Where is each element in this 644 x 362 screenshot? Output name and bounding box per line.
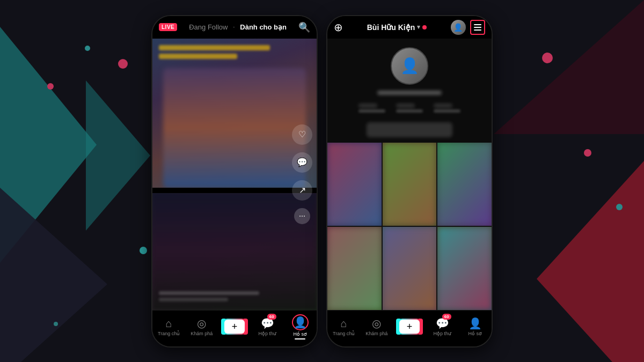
menu-button[interactable] — [470, 20, 485, 35]
tab-separator: · — [233, 24, 235, 30]
video-blur-overlay — [163, 68, 306, 188]
stat-following — [358, 102, 385, 113]
topbar-left: LIVE — [159, 23, 177, 31]
video-bottom-caption — [159, 291, 284, 301]
grid-cell-4[interactable] — [327, 227, 382, 310]
home-icon: ⌂ — [166, 317, 172, 330]
right-phone: ⊕ Bùi Hữu Kiện ▾ 👤 👤 — [326, 15, 493, 348]
grid-blur-6 — [437, 227, 492, 310]
tab-following[interactable]: Đang Follow — [189, 23, 228, 31]
active-indicator — [295, 338, 305, 339]
caption-bottom-1 — [159, 291, 259, 295]
video-caption — [159, 45, 290, 62]
right-nav-inbox[interactable]: 💬 60 Hộp thư — [428, 317, 456, 336]
right-inbox-icon: 💬 60 — [436, 317, 449, 330]
grid-cell-1[interactable] — [327, 143, 382, 226]
comment-button[interactable]: 💬 — [292, 152, 312, 173]
left-phone: LIVE Đang Follow · Dành cho bạn 🔍 — [151, 15, 318, 348]
grid-blur-3 — [437, 143, 492, 226]
profile-username-blurred — [377, 91, 442, 95]
right-nav-profile[interactable]: 👤 Hồ sơ — [461, 317, 489, 336]
stats-row — [358, 102, 460, 113]
search-icon[interactable]: 🔍 — [298, 21, 310, 33]
video-grid — [327, 143, 492, 310]
stat-followers-value — [396, 104, 415, 108]
more-button[interactable]: ⋯ — [294, 208, 310, 224]
nav-inbox[interactable]: 💬 60 Hộp thư — [253, 317, 281, 336]
profile-bio-blurred — [367, 122, 452, 137]
share-button[interactable]: ↗ — [292, 180, 312, 201]
right-create-button[interactable]: + — [398, 319, 421, 335]
grid-blur-4 — [327, 227, 382, 310]
right-explore-icon: ◎ — [372, 317, 381, 330]
right-inbox-badge: 60 — [442, 314, 451, 320]
caption-bottom-2 — [159, 298, 228, 301]
inbox-icon: 💬 60 — [261, 317, 274, 330]
like-button[interactable]: ♡ — [292, 124, 312, 145]
phones-container: LIVE Đang Follow · Dành cho bạn 🔍 — [0, 0, 644, 362]
right-nav-create[interactable]: + — [396, 319, 423, 335]
inbox-badge: 60 — [267, 314, 276, 320]
right-explore-label: Khám phá — [365, 331, 387, 336]
home-label: Trang chủ — [158, 331, 180, 336]
right-phone-bottom-nav: ⌂ Trang chủ ◎ Khám phá + 💬 60 Hộp thư — [327, 310, 492, 346]
username-header: Bùi Hữu Kiện ▾ — [367, 23, 427, 32]
stat-likes-label — [434, 109, 460, 113]
grid-cell-2[interactable] — [383, 143, 437, 226]
right-inbox-label: Hộp thư — [433, 331, 451, 336]
caption-line-1 — [159, 45, 270, 50]
username-text: Bùi Hữu Kiện — [367, 23, 415, 32]
topbar-tabs: Đang Follow · Dành cho bạn — [189, 23, 287, 31]
menu-line-1 — [474, 24, 481, 25]
profile-avatar[interactable]: 👤 — [391, 47, 428, 85]
online-indicator — [422, 25, 427, 29]
right-nav-home[interactable]: ⌂ Trang chủ — [330, 317, 358, 336]
grid-cell-6[interactable] — [437, 227, 492, 310]
left-phone-topbar: LIVE Đang Follow · Dành cho bạn 🔍 — [152, 16, 317, 39]
grid-blur-2 — [383, 143, 437, 226]
stat-followers-label — [396, 109, 423, 113]
live-badge: LIVE — [159, 23, 177, 31]
left-phone-content: ♡ 💬 ↗ ⋯ — [152, 39, 317, 310]
grid-blur-1 — [327, 143, 382, 226]
profile-content: 👤 — [327, 39, 492, 310]
stat-likes — [434, 102, 460, 113]
explore-label: Khám phá — [191, 331, 213, 336]
plus-inner: + — [224, 320, 245, 334]
stat-followers — [396, 102, 423, 113]
caption-line-2 — [159, 54, 237, 59]
header-right: 👤 — [451, 20, 485, 35]
stat-likes-value — [434, 104, 452, 108]
inbox-label: Hộp thư — [258, 331, 276, 336]
tab-for-you[interactable]: Dành cho bạn — [240, 23, 287, 31]
right-phone-topbar: ⊕ Bùi Hữu Kiện ▾ 👤 — [327, 16, 492, 39]
right-home-label: Trang chủ — [333, 331, 355, 336]
nav-explore[interactable]: ◎ Khám phá — [188, 317, 216, 336]
dropdown-icon[interactable]: ▾ — [417, 24, 420, 31]
side-actions: ♡ 💬 ↗ ⋯ — [292, 124, 312, 224]
user-avatar-small[interactable]: 👤 — [451, 20, 466, 35]
stat-following-label — [358, 109, 385, 113]
grid-cell-3[interactable] — [437, 143, 492, 226]
grid-cell-5[interactable] — [383, 227, 437, 310]
right-profile-icon: 👤 — [469, 317, 482, 330]
right-home-icon: ⌂ — [341, 317, 347, 330]
right-nav-explore[interactable]: ◎ Khám phá — [363, 317, 391, 336]
profile-label: Hồ sơ — [294, 331, 308, 337]
menu-line-3 — [474, 29, 481, 31]
right-phone-content: 👤 — [327, 39, 492, 310]
left-phone-bottom-nav: ⌂ Trang chủ ◎ Khám phá + 💬 60 Hộp thư — [152, 310, 317, 346]
profile-header: 👤 — [327, 39, 492, 143]
right-profile-label: Hồ sơ — [469, 331, 482, 336]
stat-following-value — [358, 104, 377, 108]
profile-icon: 👤 — [294, 316, 307, 328]
create-button[interactable]: + — [223, 319, 246, 335]
grid-blur-5 — [383, 227, 437, 310]
nav-profile[interactable]: 👤 Hồ sơ — [286, 314, 314, 339]
profile-icon-wrapper: 👤 — [292, 314, 309, 330]
nav-home[interactable]: ⌂ Trang chủ — [155, 317, 183, 336]
explore-icon: ◎ — [197, 317, 206, 330]
add-friend-icon[interactable]: ⊕ — [334, 21, 343, 34]
nav-create[interactable]: + — [221, 319, 248, 335]
menu-line-2 — [474, 27, 481, 28]
